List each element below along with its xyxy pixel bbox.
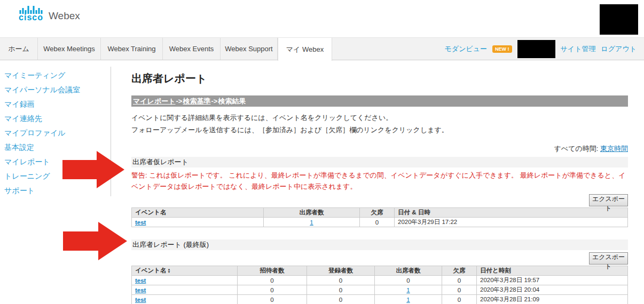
final-report-heading: 出席者レポート (最終版) <box>131 239 628 250</box>
final-report-table: イベント名▲▼ 招待者数 登録者数 出席者数 欠席 日付と時刻 test 0 0… <box>131 266 628 304</box>
instruction-line-1: イベントに関する詳細結果を表示するには、イベント名をクリックしてください。 <box>131 111 465 124</box>
instruction-line-2: フォローアップメールを送信するには、［参加済み］および［欠席］欄のリンクをクリッ… <box>131 124 465 136</box>
col-header-absent: 欠席 <box>360 208 395 218</box>
event-date: 2020年3月29日 17:22 <box>395 218 628 227</box>
col-header-event-name: イベント名▲▼ <box>132 266 238 276</box>
breadcrumb: マイレポート -> 検索基準 -> 検索結果 <box>131 95 628 107</box>
preliminary-report-heading: 出席者仮レポート <box>131 157 628 167</box>
cisco-wordmark: cisco <box>19 14 43 21</box>
annotation-arrow-preliminary <box>62 151 124 188</box>
col-header-registered: 登録者数 <box>307 266 375 276</box>
logout-link[interactable]: ログアウト <box>601 44 637 54</box>
site-admin-link[interactable]: サイト管理 <box>561 44 596 54</box>
attendee-count-link[interactable]: 1 <box>310 219 313 226</box>
export-button-final[interactable]: エクスポート <box>589 252 628 265</box>
absent-count: 0 <box>442 285 477 295</box>
col-header-date-time: 日付 & 日時 <box>395 208 628 218</box>
tab-home[interactable]: ホーム <box>0 38 38 60</box>
absent-count: 0 <box>442 276 477 285</box>
event-link[interactable]: test <box>135 297 146 303</box>
registered-count: 0 <box>307 285 375 295</box>
breadcrumb-search-criteria[interactable]: 検索基準 <box>183 97 210 106</box>
col-header-invited: 招待者数 <box>238 266 307 276</box>
breadcrumb-separator: -> <box>211 97 217 105</box>
tab-my-webex[interactable]: マイ Webex <box>278 38 332 61</box>
table-row: test 1 0 2020年3月29日 17:22 <box>132 218 628 227</box>
absent-count: 0 <box>360 218 395 227</box>
col-header-event-name-label: イベント名 <box>135 267 167 274</box>
event-link[interactable]: test <box>135 277 146 284</box>
col-header-attendee-count: 出席者数 <box>264 208 360 218</box>
col-header-event-name: イベント名 <box>132 208 264 218</box>
timezone-row: すべての時間: 東京時間 <box>131 144 628 154</box>
table-row: test 0 0 0 0 2020年3月28日 19:57 <box>132 276 628 285</box>
new-badge: NEW ! <box>492 45 512 53</box>
modern-view-link[interactable]: モダンビュー <box>445 44 488 54</box>
event-date: 2020年3月28日 20:04 <box>477 285 628 295</box>
table-row: test 0 0 1 0 2020年3月28日 21:09 <box>132 295 628 304</box>
preliminary-report-table: イベント名 出席者数 欠席 日付 & 日時 test 1 0 2020年3月29… <box>131 207 628 227</box>
event-link[interactable]: test <box>135 219 146 226</box>
annotation-arrow-final <box>63 222 127 260</box>
cisco-webex-logo: cisco Webex <box>19 5 80 21</box>
sidebar-item-my-meetings[interactable]: マイミーティング <box>4 68 106 83</box>
event-date: 2020年3月28日 19:57 <box>477 276 628 285</box>
invited-count: 0 <box>238 276 307 285</box>
table-header-row: イベント名▲▼ 招待者数 登録者数 出席者数 欠席 日付と時刻 <box>132 266 628 276</box>
cisco-logo-icon: cisco <box>19 5 43 21</box>
breadcrumb-my-reports[interactable]: マイレポート <box>133 97 176 106</box>
tab-webex-training[interactable]: Webex Training <box>101 38 163 60</box>
timezone-link[interactable]: 東京時間 <box>600 145 628 153</box>
event-link[interactable]: test <box>135 287 146 293</box>
redaction-box-username <box>517 40 555 58</box>
breadcrumb-separator: -> <box>176 97 183 105</box>
main-content: 出席者レポート マイレポート -> 検索基準 -> 検索結果 イベントに関する詳… <box>131 60 628 304</box>
top-nav: ホーム Webex Meetings Webex Training Webex … <box>0 37 644 60</box>
invited-count: 0 <box>238 285 307 295</box>
registered-count: 0 <box>307 295 375 304</box>
invited-count: 0 <box>238 295 307 304</box>
table-row: test 0 0 1 0 2020年3月28日 20:04 <box>132 285 628 295</box>
sidebar-item-my-contacts[interactable]: マイ連絡先 <box>4 111 106 126</box>
registered-count: 0 <box>307 276 375 285</box>
export-row-final: エクスポート <box>131 252 628 265</box>
col-header-attended: 出席者数 <box>375 266 442 276</box>
tab-webex-support[interactable]: Webex Support <box>221 38 278 60</box>
timezone-label: すべての時間: <box>554 145 599 153</box>
preliminary-warning-text: 警告: これは仮レポートです。 これにより、最終レポートが準備できるまでの間、イ… <box>131 170 628 192</box>
tab-webex-meetings[interactable]: Webex Meetings <box>38 38 101 60</box>
attended-count-link[interactable]: 1 <box>406 287 410 293</box>
attended-count: 0 <box>375 276 442 285</box>
breadcrumb-current: 検索結果 <box>218 97 246 106</box>
sidebar-item-my-recordings[interactable]: マイ録画 <box>4 97 106 111</box>
export-row-preliminary: エクスポート <box>131 194 628 206</box>
table-header-row: イベント名 出席者数 欠席 日付 & 日時 <box>132 208 628 218</box>
tab-webex-events[interactable]: Webex Events <box>163 38 221 60</box>
nav-utility-links: モダンビュー NEW ! サイト管理 ログアウト <box>445 38 637 60</box>
export-button-preliminary[interactable]: エクスポート <box>589 194 628 206</box>
page-header: cisco Webex <box>0 0 644 37</box>
page-title: 出席者レポート <box>131 71 628 86</box>
col-header-absent: 欠席 <box>442 266 477 276</box>
absent-count: 0 <box>442 295 477 304</box>
sidebar-item-my-personal-room[interactable]: マイパーソナル会議室 <box>4 83 106 97</box>
redaction-box-header <box>600 4 638 35</box>
event-date: 2020年3月28日 21:09 <box>477 295 628 304</box>
attended-count-link[interactable]: 1 <box>406 297 410 303</box>
webex-wordmark: Webex <box>49 11 80 21</box>
webex-classic-page: cisco Webex ホーム Webex Meetings Webex Tra… <box>0 0 644 304</box>
sidebar-item-my-profile[interactable]: マイプロファイル <box>4 126 106 140</box>
sort-icon[interactable]: ▲▼ <box>168 268 171 274</box>
